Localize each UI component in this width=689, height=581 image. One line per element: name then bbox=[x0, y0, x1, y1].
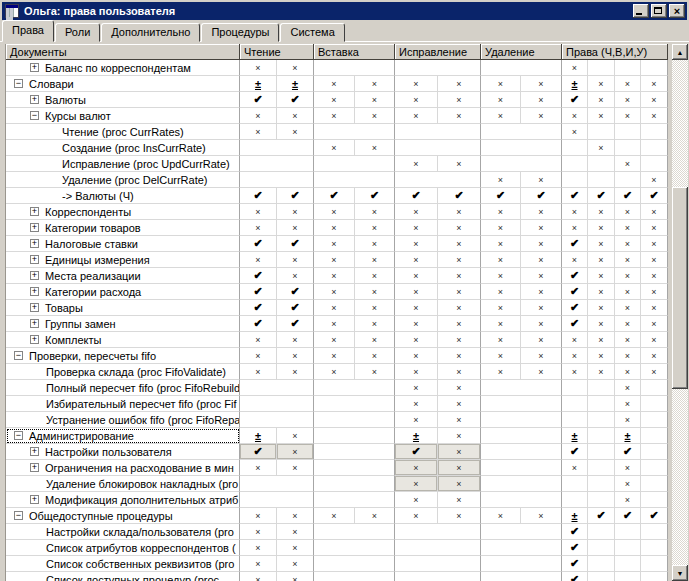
permission-cell[interactable]: × bbox=[314, 236, 355, 252]
permission-cell[interactable] bbox=[588, 460, 615, 476]
permission-cell[interactable] bbox=[615, 60, 641, 76]
permission-cell[interactable]: × bbox=[562, 364, 588, 380]
permission-cell[interactable]: ✔ bbox=[562, 316, 588, 332]
permission-cell[interactable] bbox=[481, 444, 562, 460]
row-label-cell[interactable]: -> Валюты (Ч) bbox=[6, 188, 240, 204]
table-row[interactable]: Исправление (proc UpdCurrRate)××× bbox=[6, 156, 668, 172]
permission-cell[interactable] bbox=[588, 444, 615, 460]
permission-cell[interactable] bbox=[615, 140, 641, 156]
expand-icon[interactable]: + bbox=[30, 447, 39, 456]
row-label-cell[interactable]: −Словари bbox=[6, 76, 240, 92]
permission-cell[interactable] bbox=[641, 140, 668, 156]
permission-cell[interactable]: × bbox=[615, 348, 641, 364]
permission-cell[interactable] bbox=[481, 396, 562, 412]
permission-cell[interactable] bbox=[240, 380, 314, 396]
permission-cell[interactable]: × bbox=[438, 268, 481, 284]
permission-cell[interactable]: × bbox=[615, 332, 641, 348]
permission-cell[interactable]: × bbox=[438, 108, 481, 124]
permission-cell[interactable]: × bbox=[438, 396, 481, 412]
permission-cell[interactable]: ✔ bbox=[615, 188, 641, 204]
permission-cell[interactable]: × bbox=[481, 268, 521, 284]
permission-cell[interactable] bbox=[481, 60, 562, 76]
row-label-cell[interactable]: +Места реализации bbox=[6, 268, 240, 284]
permission-cell[interactable]: × bbox=[481, 300, 521, 316]
permission-cell[interactable]: × bbox=[641, 316, 668, 332]
table-row[interactable]: +Комплекты×××××××××××× bbox=[6, 332, 668, 348]
permission-cell[interactable]: × bbox=[641, 268, 668, 284]
table-row[interactable]: +Группы замен✔✔××××××✔××× bbox=[6, 316, 668, 332]
permission-cell[interactable]: × bbox=[588, 284, 615, 300]
permission-cell[interactable] bbox=[395, 172, 481, 188]
expand-icon[interactable]: + bbox=[30, 495, 39, 504]
permission-cell[interactable]: ✔ bbox=[277, 188, 314, 204]
permission-cell[interactable] bbox=[395, 556, 481, 572]
permission-cell[interactable]: × bbox=[481, 284, 521, 300]
permission-cell[interactable] bbox=[562, 172, 588, 188]
permission-cell[interactable]: × bbox=[562, 204, 588, 220]
permission-cell[interactable] bbox=[314, 556, 395, 572]
table-row[interactable]: +Баланс по корреспондентам××× bbox=[6, 60, 668, 76]
permission-cell[interactable]: × bbox=[277, 540, 314, 556]
permission-cell[interactable] bbox=[481, 428, 562, 444]
permission-cell[interactable] bbox=[641, 396, 668, 412]
permission-cell[interactable]: × bbox=[588, 300, 615, 316]
permission-cell[interactable]: ✔ bbox=[240, 444, 277, 460]
permission-cell[interactable]: × bbox=[521, 268, 562, 284]
row-label-cell[interactable]: Проверка склада (proc FifoValidate) bbox=[6, 364, 240, 380]
permission-cell[interactable]: × bbox=[277, 252, 314, 268]
permission-cell[interactable]: × bbox=[395, 108, 438, 124]
permission-cell[interactable]: × bbox=[641, 76, 668, 92]
table-row[interactable]: Полный пересчет fifo (proc FifoRebuild××… bbox=[6, 380, 668, 396]
row-label-cell[interactable]: Создание (proc InsCurrRate) bbox=[6, 140, 240, 156]
permission-cell[interactable] bbox=[481, 412, 562, 428]
permission-cell[interactable]: ± bbox=[615, 428, 641, 444]
permission-cell[interactable]: × bbox=[355, 76, 395, 92]
permission-cell[interactable] bbox=[395, 524, 481, 540]
permission-cell[interactable]: ✔ bbox=[277, 300, 314, 316]
permission-cell[interactable]: ✔ bbox=[481, 188, 521, 204]
scrollbar-thumb[interactable] bbox=[672, 187, 688, 389]
permission-cell[interactable] bbox=[395, 572, 481, 581]
expand-icon[interactable]: + bbox=[30, 319, 39, 328]
permission-cell[interactable]: × bbox=[395, 76, 438, 92]
permission-cell[interactable] bbox=[562, 476, 588, 492]
permission-cell[interactable]: × bbox=[438, 492, 481, 508]
permission-cell[interactable] bbox=[615, 556, 641, 572]
row-label-cell[interactable]: +Товары bbox=[6, 300, 240, 316]
permission-cell[interactable]: × bbox=[314, 284, 355, 300]
table-row[interactable]: Удаление блокировок накладных (pro××× bbox=[6, 476, 668, 492]
row-label-cell[interactable]: +Модификация дополнительных атриб bbox=[6, 492, 240, 508]
row-label-cell[interactable]: +Баланс по корреспондентам bbox=[6, 60, 240, 76]
permission-cell[interactable]: ✔ bbox=[240, 188, 277, 204]
tab-Права[interactable]: Права bbox=[2, 20, 54, 42]
permission-cell[interactable]: × bbox=[481, 332, 521, 348]
permission-cell[interactable]: ✔ bbox=[562, 524, 588, 540]
permission-cell[interactable]: ✔ bbox=[240, 300, 277, 316]
permission-cell[interactable] bbox=[588, 428, 615, 444]
permission-cell[interactable]: × bbox=[615, 316, 641, 332]
row-label-cell[interactable]: −Общедоступные процедуры bbox=[6, 508, 240, 524]
permission-cell[interactable] bbox=[240, 476, 314, 492]
permission-cell[interactable]: ✔ bbox=[562, 444, 588, 460]
permission-cell[interactable]: × bbox=[314, 108, 355, 124]
permission-cell[interactable] bbox=[588, 412, 615, 428]
permission-cell[interactable] bbox=[641, 572, 668, 581]
permission-cell[interactable] bbox=[240, 412, 314, 428]
permission-cell[interactable]: × bbox=[240, 220, 277, 236]
permission-cell[interactable] bbox=[588, 540, 615, 556]
permission-cell[interactable] bbox=[588, 380, 615, 396]
permission-cell[interactable]: × bbox=[240, 460, 277, 476]
permission-cell[interactable]: × bbox=[615, 268, 641, 284]
permission-cell[interactable] bbox=[562, 140, 588, 156]
permission-cell[interactable]: × bbox=[481, 220, 521, 236]
permission-cell[interactable]: × bbox=[240, 572, 277, 581]
permission-cell[interactable] bbox=[481, 476, 562, 492]
permission-cell[interactable]: × bbox=[277, 268, 314, 284]
permission-cell[interactable]: × bbox=[481, 76, 521, 92]
permission-cell[interactable]: ✔ bbox=[277, 284, 314, 300]
permission-cell[interactable]: × bbox=[641, 108, 668, 124]
row-label-cell[interactable]: Список собственных реквизитов (pro bbox=[6, 556, 240, 572]
collapse-icon[interactable]: − bbox=[14, 511, 23, 520]
permission-cell[interactable]: × bbox=[521, 332, 562, 348]
permission-cell[interactable]: ± bbox=[562, 428, 588, 444]
